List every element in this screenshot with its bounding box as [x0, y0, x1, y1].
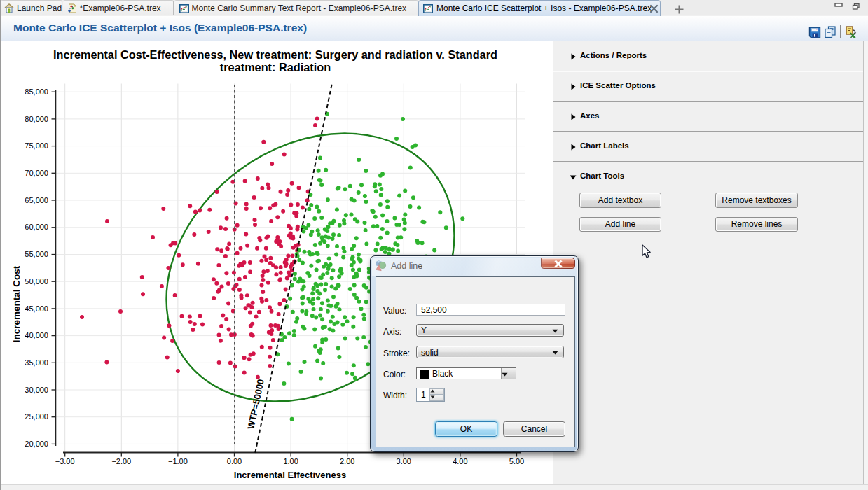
- svg-text:50,000: 50,000: [25, 277, 48, 286]
- svg-text:85,000: 85,000: [25, 88, 48, 96]
- svg-text:55,000: 55,000: [25, 250, 48, 258]
- svg-text:1.00: 1.00: [283, 457, 298, 465]
- svg-text:70,000: 70,000: [25, 169, 48, 177]
- svg-text:2.00: 2.00: [340, 457, 354, 465]
- svg-text:25,000: 25,000: [25, 412, 48, 421]
- svg-text:5.00: 5.00: [509, 457, 524, 465]
- svg-text:treatment: Radiation: treatment: Radiation: [220, 61, 331, 74]
- svg-text:40,000: 40,000: [25, 331, 48, 340]
- svg-text:60,000: 60,000: [25, 223, 48, 231]
- svg-text:−3.00: −3.00: [55, 457, 75, 465]
- svg-text:30,000: 30,000: [25, 386, 48, 394]
- svg-text:3.00: 3.00: [397, 457, 411, 465]
- svg-text:45,000: 45,000: [25, 304, 48, 313]
- svg-text:Incremental Cost-Effectiveness: Incremental Cost-Effectiveness, New trea…: [53, 48, 497, 61]
- svg-text:4.00: 4.00: [453, 457, 467, 465]
- svg-text:0.00: 0.00: [227, 457, 242, 465]
- svg-text:80,000: 80,000: [25, 115, 48, 123]
- svg-text:75,000: 75,000: [25, 141, 48, 150]
- svg-text:65,000: 65,000: [25, 196, 48, 204]
- svg-text:20,000: 20,000: [25, 440, 48, 448]
- svg-text:−2.00: −2.00: [111, 457, 131, 465]
- svg-text:Incremental Effectiveness: Incremental Effectiveness: [234, 470, 346, 480]
- svg-text:35,000: 35,000: [25, 358, 48, 367]
- svg-text:−1.00: −1.00: [168, 457, 188, 465]
- svg-text:Incremental Cost: Incremental Cost: [11, 265, 22, 342]
